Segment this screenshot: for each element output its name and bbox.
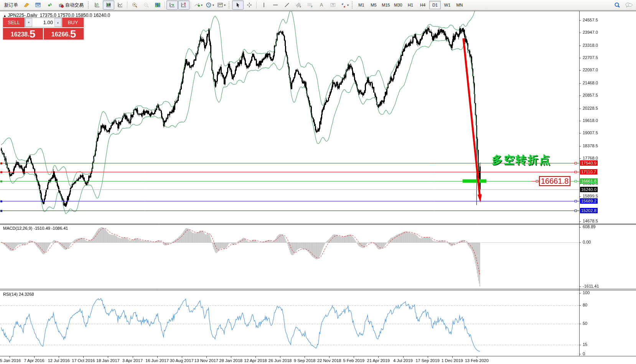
horizontal-line-button[interactable] bbox=[270, 0, 281, 10]
turning-point-annotation[interactable]: 多空转折点 bbox=[492, 153, 551, 167]
metaeditor-button[interactable] bbox=[21, 0, 32, 10]
fibonacci-icon: F bbox=[307, 2, 313, 8]
mt4-window: { "toolbar": { "new_order_label": "新订单",… bbox=[0, 0, 636, 364]
volume-increase-button[interactable]: ▲ bbox=[54, 18, 61, 27]
timeframe-mn-button[interactable]: MN bbox=[454, 1, 465, 9]
chart-shift-icon bbox=[181, 2, 187, 8]
rsi-axis-label: 100 bbox=[583, 290, 590, 295]
date-axis-label: 30 Aug 2017 bbox=[170, 358, 194, 363]
arrow-shapes-icon bbox=[340, 2, 346, 8]
price-axis-tick-label: 24557.5 bbox=[583, 18, 598, 22]
dropdown-caret-icon: ▾ bbox=[347, 3, 349, 7]
bar-chart-button[interactable] bbox=[91, 0, 103, 10]
text-a-icon: A bbox=[318, 2, 325, 8]
date-axis-label: 12 Apr 2018 bbox=[244, 358, 267, 363]
price-line-tag: 16661.8 bbox=[580, 178, 598, 184]
chart-shift-button[interactable] bbox=[178, 0, 189, 10]
search-icon bbox=[614, 2, 621, 8]
current-price-tag: 16240.0 bbox=[580, 187, 598, 192]
line-chart-button[interactable] bbox=[114, 0, 126, 10]
timeframe-m5-button[interactable]: M5 bbox=[368, 1, 379, 9]
rsi-axis-label: 0 bbox=[583, 351, 585, 356]
buy-button[interactable]: BUY bbox=[62, 18, 84, 27]
price-axis-tick-label: 14678.5 bbox=[583, 219, 598, 223]
price-axis-tick-label: 23947.0 bbox=[583, 30, 598, 35]
bar-chart-icon bbox=[94, 2, 100, 8]
chat-bubbles-icon bbox=[625, 2, 633, 8]
timeframe-h1-button[interactable]: H1 bbox=[405, 1, 416, 9]
timeframe-w1-button[interactable]: W1 bbox=[442, 1, 453, 9]
timeframe-d1-button[interactable]: D1 bbox=[429, 1, 441, 9]
macd-indicator-label: MACD(12,26,9) -1510.49 -1086.41 bbox=[3, 226, 68, 231]
zoom-out-icon bbox=[143, 2, 149, 8]
volume-box: ▼ 1.00 ▲ bbox=[25, 18, 62, 27]
auto-scroll-button[interactable] bbox=[166, 0, 178, 10]
timeframe-h4-button[interactable]: H4 bbox=[417, 1, 428, 9]
one-click-trading-panel: SELL ▼ 1.00 ▲ BUY 16238.5 16266.5 bbox=[3, 17, 84, 40]
rsi-axis-label: 50 bbox=[583, 321, 587, 326]
new-order-button[interactable]: 新订单 bbox=[2, 0, 21, 10]
autotrading-button[interactable]: 自动交易 bbox=[55, 0, 86, 10]
date-axis-label: 16 Jun 2017 bbox=[145, 358, 169, 363]
dropdown-caret-icon: ▾ bbox=[201, 3, 203, 7]
volume-input[interactable]: 1.00 bbox=[32, 20, 54, 25]
chat-button[interactable] bbox=[623, 0, 634, 10]
crosshair-button[interactable] bbox=[244, 0, 255, 10]
fibonacci-button[interactable]: F bbox=[304, 0, 316, 10]
toolbar-grip bbox=[352, 2, 354, 8]
rsi-indicator-label: RSI(14) 24.3268 bbox=[3, 292, 34, 296]
price-callout-box[interactable]: 16661.8 bbox=[539, 176, 570, 186]
periods-button[interactable]: ▾ bbox=[204, 0, 216, 10]
toolbar-grip bbox=[229, 2, 231, 8]
date-axis-label: 26 Jun 2018 bbox=[269, 358, 292, 363]
buy-price[interactable]: 16266.5 bbox=[44, 28, 84, 40]
svg-text:T: T bbox=[332, 3, 334, 7]
sell-price[interactable]: 16238.5 bbox=[3, 28, 43, 40]
tile-windows-button[interactable] bbox=[152, 0, 163, 10]
crosshair-icon bbox=[246, 2, 252, 8]
market-watch-button[interactable] bbox=[32, 0, 44, 10]
vertical-line-button[interactable] bbox=[258, 0, 270, 10]
auto-scroll-icon bbox=[169, 2, 175, 8]
sell-button[interactable]: SELL bbox=[3, 18, 25, 27]
line-chart-icon bbox=[117, 2, 123, 8]
svg-text:A: A bbox=[320, 2, 323, 8]
text-label-button[interactable]: T bbox=[327, 0, 339, 10]
price-line-tag: 15689.2 bbox=[580, 198, 598, 204]
templates-button[interactable]: ▾ bbox=[216, 0, 227, 10]
channel-button[interactable]: E bbox=[293, 0, 304, 10]
indicators-button[interactable]: ▾ bbox=[193, 0, 204, 10]
trendline-icon bbox=[284, 2, 290, 8]
dropdown-caret-icon: ▾ bbox=[224, 3, 226, 7]
zoom-out-button[interactable] bbox=[140, 0, 152, 10]
arrows-button[interactable]: ▾ bbox=[339, 0, 350, 10]
window-chart-icon bbox=[35, 2, 41, 8]
chart-area[interactable] bbox=[0, 10, 636, 364]
trendline-button[interactable] bbox=[281, 0, 293, 10]
candlestick-chart-button[interactable] bbox=[103, 0, 114, 10]
search-button[interactable] bbox=[611, 0, 623, 10]
timeframe-m30-button[interactable]: M30 bbox=[392, 1, 404, 9]
autotrading-label: 自动交易 bbox=[65, 2, 84, 8]
price-axis-tick-label: 23318.0 bbox=[583, 43, 598, 48]
timeframe-m15-button[interactable]: M15 bbox=[380, 1, 392, 9]
rsi-axis-label: 80 bbox=[583, 303, 587, 307]
zoom-in-button[interactable] bbox=[129, 0, 140, 10]
signals-button[interactable] bbox=[44, 0, 55, 10]
date-axis-label: 22 Nov 2018 bbox=[317, 358, 341, 363]
cursor-button[interactable] bbox=[232, 0, 244, 10]
autotrading-basket-icon bbox=[58, 2, 64, 8]
text-button[interactable]: A bbox=[316, 0, 327, 10]
timeframe-m1-button[interactable]: M1 bbox=[356, 1, 367, 9]
date-axis-label: 3 Apr 2017 bbox=[122, 358, 143, 363]
rsi-axis-label: 15 bbox=[583, 342, 587, 347]
volume-decrease-button[interactable]: ▼ bbox=[25, 18, 32, 27]
date-axis-label: 1 Dec 2019 bbox=[442, 358, 463, 363]
date-axis-label: 12 Jul 2016 bbox=[48, 358, 70, 363]
price-axis-tick-label: 19618.0 bbox=[583, 118, 598, 123]
price-axis-tick-label: 22707.5 bbox=[583, 55, 598, 60]
timeframe-group: M1M5M15M30H1H4D1W1MN bbox=[355, 1, 466, 9]
dropdown-caret-icon: ▾ bbox=[213, 3, 214, 7]
date-axis-label: 4 Jul 2019 bbox=[393, 358, 413, 363]
svg-text:F: F bbox=[311, 5, 313, 8]
